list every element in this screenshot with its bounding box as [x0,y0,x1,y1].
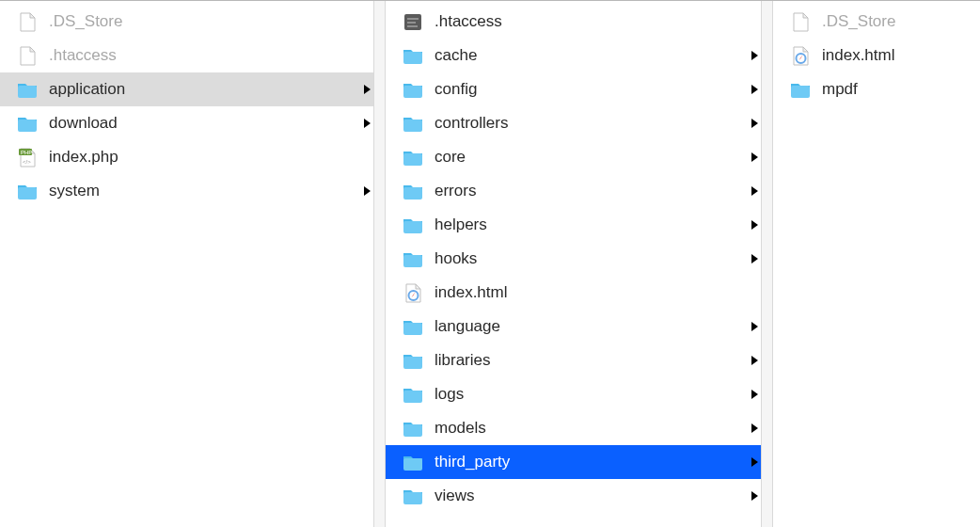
disclosure-arrow-icon [751,119,760,129]
folder-item[interactable]: application [0,72,386,106]
folder-item[interactable]: core [386,140,773,174]
finder-column-view: .DS_Store.htaccessapplicationdownloadind… [0,0,980,527]
item-label: hooks [435,249,751,268]
folder-icon [401,247,425,271]
folder-item[interactable]: errors [386,174,773,208]
item-label: config [435,80,751,99]
file-item[interactable]: index.html [386,276,773,310]
item-label: .DS_Store [49,12,363,31]
column-3[interactable]: .DS_Storeindex.htmlmpdf [773,1,980,527]
file-item[interactable]: index.html [773,39,980,72]
folder-icon [401,213,425,237]
item-label: system [49,182,363,200]
folder-item[interactable]: third_party [386,445,773,479]
folder-icon [401,382,425,407]
folder-item[interactable]: language [386,310,773,343]
item-label: cache [435,46,751,65]
disclosure-arrow-icon [751,85,760,95]
item-label: views [435,487,751,505]
folder-item[interactable]: controllers [386,106,773,140]
disclosure-arrow-icon [751,186,760,197]
disclosure-arrow-icon [751,423,760,434]
item-label: .htaccess [435,12,751,31]
folder-item[interactable]: config [386,72,773,106]
item-label: download [49,114,363,133]
disclosure-arrow-icon [751,390,760,400]
folder-item[interactable]: helpers [386,208,773,242]
column-3-rows: .DS_Storeindex.htmlmpdf [773,5,980,106]
folder-item[interactable]: download [0,106,386,140]
item-label: third_party [435,453,751,471]
file-item[interactable]: .htaccess [0,39,386,72]
file-item[interactable]: .htaccess [386,5,773,39]
item-label: core [435,148,751,167]
disclosure-arrow-icon [751,457,760,468]
disclosure-arrow-icon [751,322,760,332]
folder-item[interactable]: logs [386,377,773,411]
folder-item[interactable]: models [386,411,773,445]
folder-icon [401,43,425,68]
folder-icon [401,179,425,203]
file-icon [15,43,40,68]
folder-icon [401,314,425,339]
item-label: .htaccess [49,46,363,65]
disclosure-arrow-icon [751,254,760,264]
apache-file-icon [401,9,425,34]
folder-item[interactable]: system [0,174,386,208]
item-label: controllers [435,114,751,133]
disclosure-arrow-icon [751,356,760,366]
html-file-icon [788,43,813,68]
item-label: index.php [49,148,363,167]
file-item[interactable]: .DS_Store [773,5,980,39]
item-label: helpers [435,216,751,234]
disclosure-arrow-icon [751,491,760,502]
folder-icon [401,416,425,440]
php-file-icon [15,145,40,169]
disclosure-arrow-icon [751,152,760,163]
disclosure-arrow-icon [751,220,760,231]
item-label: models [435,419,751,438]
column-divider[interactable] [761,1,773,527]
item-label: application [49,80,363,99]
column-1-rows: .DS_Store.htaccessapplicationdownloadind… [0,5,386,208]
folder-icon [788,77,813,102]
item-label: language [435,317,751,336]
folder-icon [15,111,40,136]
disclosure-arrow-icon [363,186,372,197]
folder-icon [401,77,425,102]
file-icon [788,9,813,34]
folder-icon [401,484,425,508]
folder-icon [401,450,425,474]
column-1[interactable]: .DS_Store.htaccessapplicationdownloadind… [0,1,386,527]
html-file-icon [401,280,425,305]
item-label: index.html [822,46,957,65]
folder-item[interactable]: hooks [386,242,773,276]
file-item[interactable]: .DS_Store [0,5,386,39]
item-label: errors [435,182,751,200]
folder-icon [401,145,425,169]
folder-icon [15,179,40,203]
item-label: libraries [435,351,751,370]
disclosure-arrow-icon [751,51,760,61]
item-label: mpdf [822,80,957,99]
folder-icon [401,111,425,136]
disclosure-arrow-icon [363,119,372,129]
folder-icon [401,348,425,373]
folder-item[interactable]: mpdf [773,72,980,106]
folder-item[interactable]: cache [386,39,773,72]
item-label: logs [435,385,751,404]
folder-icon [15,77,40,102]
item-label: .DS_Store [822,12,957,31]
folder-item[interactable]: views [386,479,773,513]
file-item[interactable]: index.php [0,140,386,174]
item-label: index.html [435,283,751,302]
column-2[interactable]: .htaccesscacheconfigcontrollerscoreerror… [386,1,773,527]
column-2-rows: .htaccesscacheconfigcontrollerscoreerror… [386,5,773,513]
disclosure-arrow-icon [363,85,372,95]
file-icon [15,9,40,34]
column-divider[interactable] [373,1,386,527]
folder-item[interactable]: libraries [386,343,773,377]
